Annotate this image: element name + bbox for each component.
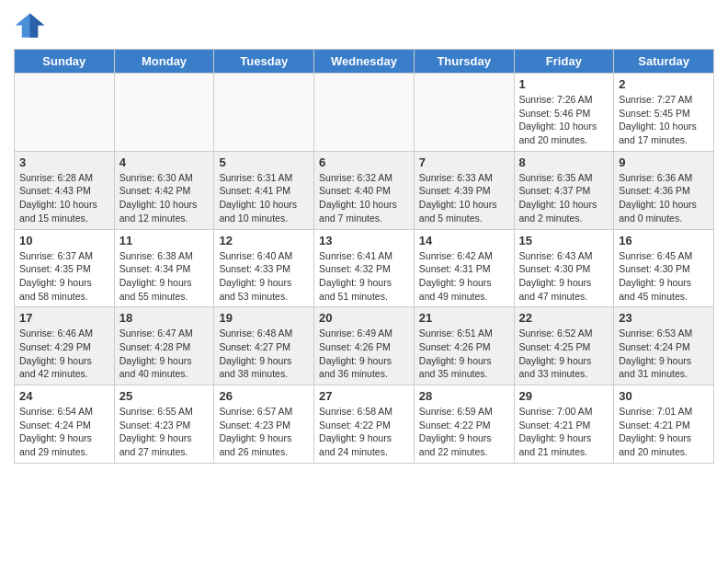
day-number: 22 (519, 311, 609, 325)
day-number: 30 (619, 389, 709, 403)
weekday-header-tuesday: Tuesday (214, 50, 314, 74)
day-info: Sunrise: 6:30 AMSunset: 4:42 PMDaylight:… (119, 171, 210, 225)
day-info: Sunrise: 6:31 AMSunset: 4:41 PMDaylight:… (219, 171, 309, 225)
calendar-cell (15, 74, 115, 152)
day-info: Sunrise: 6:54 AMSunset: 4:24 PMDaylight:… (19, 405, 109, 459)
day-info: Sunrise: 6:40 AMSunset: 4:33 PMDaylight:… (219, 249, 309, 304)
day-number: 7 (419, 155, 509, 169)
day-number: 3 (19, 155, 109, 169)
day-number: 17 (19, 311, 109, 325)
day-info: Sunrise: 6:48 AMSunset: 4:27 PMDaylight:… (219, 327, 309, 381)
calendar-cell: 2Sunrise: 7:27 AMSunset: 5:45 PMDaylight… (614, 74, 714, 152)
day-number: 27 (319, 389, 409, 403)
calendar-cell: 19Sunrise: 6:48 AMSunset: 4:27 PMDayligh… (214, 307, 314, 385)
header (14, 9, 714, 41)
calendar-cell: 4Sunrise: 6:30 AMSunset: 4:42 PMDaylight… (114, 151, 214, 229)
day-number: 2 (619, 77, 709, 91)
day-number: 21 (419, 311, 509, 325)
day-info: Sunrise: 6:57 AMSunset: 4:23 PMDaylight:… (219, 405, 309, 459)
day-number: 13 (319, 234, 409, 247)
day-number: 20 (319, 311, 409, 325)
day-number: 23 (619, 311, 709, 325)
calendar-cell: 27Sunrise: 6:58 AMSunset: 4:22 PMDayligh… (314, 385, 415, 464)
calendar-cell: 13Sunrise: 6:41 AMSunset: 4:32 PMDayligh… (314, 229, 415, 307)
day-info: Sunrise: 6:46 AMSunset: 4:29 PMDaylight:… (19, 327, 109, 381)
day-number: 10 (19, 234, 109, 247)
day-info: Sunrise: 7:01 AMSunset: 4:21 PMDaylight:… (619, 405, 709, 459)
day-number: 12 (219, 234, 309, 247)
day-info: Sunrise: 6:43 AMSunset: 4:30 PMDaylight:… (519, 249, 609, 304)
day-info: Sunrise: 6:35 AMSunset: 4:37 PMDaylight:… (519, 171, 609, 225)
calendar-cell: 10Sunrise: 6:37 AMSunset: 4:35 PMDayligh… (15, 229, 115, 307)
day-info: Sunrise: 6:52 AMSunset: 4:25 PMDaylight:… (519, 327, 609, 381)
calendar-table: SundayMondayTuesdayWednesdayThursdayFrid… (14, 49, 714, 464)
day-number: 11 (119, 234, 210, 247)
calendar-week-row: 17Sunrise: 6:46 AMSunset: 4:29 PMDayligh… (15, 307, 714, 385)
day-info: Sunrise: 6:41 AMSunset: 4:32 PMDaylight:… (319, 249, 409, 304)
day-number: 19 (219, 311, 309, 325)
calendar-cell: 28Sunrise: 6:59 AMSunset: 4:22 PMDayligh… (414, 385, 514, 464)
day-info: Sunrise: 6:38 AMSunset: 4:34 PMDaylight:… (119, 249, 210, 304)
calendar-cell: 17Sunrise: 6:46 AMSunset: 4:29 PMDayligh… (15, 307, 115, 385)
day-info: Sunrise: 6:58 AMSunset: 4:22 PMDaylight:… (319, 405, 409, 459)
day-info: Sunrise: 6:51 AMSunset: 4:26 PMDaylight:… (419, 327, 509, 381)
day-number: 26 (219, 389, 309, 403)
day-info: Sunrise: 6:55 AMSunset: 4:23 PMDaylight:… (119, 405, 210, 459)
calendar-cell: 29Sunrise: 7:00 AMSunset: 4:21 PMDayligh… (514, 385, 614, 464)
calendar-cell: 12Sunrise: 6:40 AMSunset: 4:33 PMDayligh… (214, 229, 314, 307)
day-number: 4 (119, 155, 210, 169)
calendar-cell: 14Sunrise: 6:42 AMSunset: 4:31 PMDayligh… (414, 229, 514, 307)
day-info: Sunrise: 6:59 AMSunset: 4:22 PMDaylight:… (419, 405, 509, 459)
svg-marker-1 (30, 13, 45, 37)
day-info: Sunrise: 6:47 AMSunset: 4:28 PMDaylight:… (119, 327, 210, 381)
day-info: Sunrise: 7:27 AMSunset: 5:45 PMDaylight:… (619, 93, 709, 147)
calendar-week-row: 3Sunrise: 6:28 AMSunset: 4:43 PMDaylight… (15, 151, 714, 229)
calendar-cell (414, 74, 514, 152)
day-info: Sunrise: 6:53 AMSunset: 4:24 PMDaylight:… (619, 327, 709, 381)
weekday-header-wednesday: Wednesday (314, 50, 415, 74)
day-info: Sunrise: 6:42 AMSunset: 4:31 PMDaylight:… (419, 249, 509, 304)
calendar-cell: 30Sunrise: 7:01 AMSunset: 4:21 PMDayligh… (614, 385, 714, 464)
calendar-cell: 3Sunrise: 6:28 AMSunset: 4:43 PMDaylight… (15, 151, 115, 229)
calendar-header: SundayMondayTuesdayWednesdayThursdayFrid… (15, 50, 714, 74)
calendar-cell: 22Sunrise: 6:52 AMSunset: 4:25 PMDayligh… (514, 307, 614, 385)
calendar-cell: 6Sunrise: 6:32 AMSunset: 4:40 PMDaylight… (314, 151, 415, 229)
calendar-cell: 23Sunrise: 6:53 AMSunset: 4:24 PMDayligh… (614, 307, 714, 385)
calendar-cell: 25Sunrise: 6:55 AMSunset: 4:23 PMDayligh… (114, 385, 214, 464)
calendar-cell (114, 74, 214, 152)
calendar-cell: 1Sunrise: 7:26 AMSunset: 5:46 PMDaylight… (514, 74, 614, 152)
day-number: 18 (119, 311, 210, 325)
day-number: 16 (619, 234, 709, 247)
calendar-cell: 7Sunrise: 6:33 AMSunset: 4:39 PMDaylight… (414, 151, 514, 229)
logo (14, 9, 50, 41)
calendar-week-row: 10Sunrise: 6:37 AMSunset: 4:35 PMDayligh… (15, 229, 714, 307)
day-info: Sunrise: 6:32 AMSunset: 4:40 PMDaylight:… (319, 171, 409, 225)
day-info: Sunrise: 6:33 AMSunset: 4:39 PMDaylight:… (419, 171, 509, 225)
weekday-header-sunday: Sunday (15, 50, 115, 74)
day-info: Sunrise: 6:45 AMSunset: 4:30 PMDaylight:… (619, 249, 709, 304)
day-number: 1 (519, 77, 609, 91)
day-number: 9 (619, 155, 709, 169)
calendar-cell: 21Sunrise: 6:51 AMSunset: 4:26 PMDayligh… (414, 307, 514, 385)
calendar-cell: 8Sunrise: 6:35 AMSunset: 4:37 PMDaylight… (514, 151, 614, 229)
calendar-week-row: 24Sunrise: 6:54 AMSunset: 4:24 PMDayligh… (15, 385, 714, 464)
day-number: 8 (519, 155, 609, 169)
calendar-cell (314, 74, 415, 152)
weekday-header-row: SundayMondayTuesdayWednesdayThursdayFrid… (15, 50, 714, 74)
day-number: 28 (419, 389, 509, 403)
calendar-cell: 11Sunrise: 6:38 AMSunset: 4:34 PMDayligh… (114, 229, 214, 307)
weekday-header-monday: Monday (114, 50, 214, 74)
calendar-cell (214, 74, 314, 152)
day-info: Sunrise: 6:37 AMSunset: 4:35 PMDaylight:… (19, 249, 109, 304)
calendar-cell: 20Sunrise: 6:49 AMSunset: 4:26 PMDayligh… (314, 307, 415, 385)
weekday-header-saturday: Saturday (614, 50, 714, 74)
day-number: 5 (219, 155, 309, 169)
day-info: Sunrise: 6:36 AMSunset: 4:36 PMDaylight:… (619, 171, 709, 225)
logo-icon (14, 9, 46, 41)
weekday-header-friday: Friday (514, 50, 614, 74)
calendar-cell: 16Sunrise: 6:45 AMSunset: 4:30 PMDayligh… (614, 229, 714, 307)
calendar-cell: 26Sunrise: 6:57 AMSunset: 4:23 PMDayligh… (214, 385, 314, 464)
day-info: Sunrise: 6:28 AMSunset: 4:43 PMDaylight:… (19, 171, 109, 225)
day-number: 24 (19, 389, 109, 403)
calendar-cell: 15Sunrise: 6:43 AMSunset: 4:30 PMDayligh… (514, 229, 614, 307)
